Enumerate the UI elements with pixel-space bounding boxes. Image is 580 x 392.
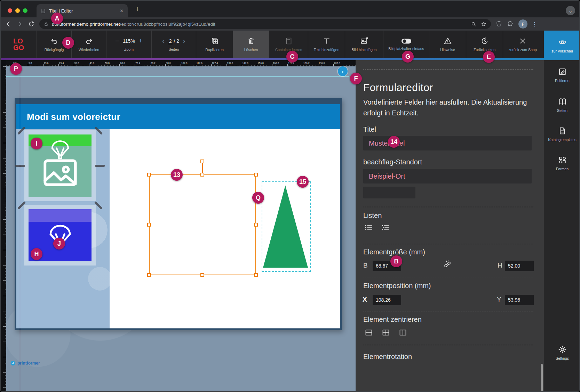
- ruler-tick: 78.4: [135, 64, 135, 66]
- bookmark-star-icon[interactable]: [481, 21, 487, 27]
- add-text-button[interactable]: Text hinzufügen: [308, 31, 345, 58]
- page-header-band: Modi sum voloreictur: [16, 104, 340, 129]
- book-icon: [558, 97, 567, 106]
- chevron-down-icon: ⌄: [569, 8, 573, 14]
- field-title-input[interactable]: [363, 136, 532, 150]
- tab-favicon: [41, 8, 46, 14]
- resize-handle-middle-right[interactable]: [254, 223, 258, 227]
- page-navigation: ‹ 2 / 2 › Seiten: [151, 31, 196, 58]
- duplicate-button[interactable]: Duplizieren: [196, 31, 233, 58]
- center-horizontal-icon[interactable]: [365, 328, 373, 338]
- new-tab-button[interactable]: +: [133, 5, 142, 14]
- back-to-shop-button[interactable]: zurück zum Shop: [503, 31, 542, 58]
- editor-toolbar: LOGO Rückgängig Wiederholen − 115% + Zoo…: [1, 31, 544, 58]
- hints-button[interactable]: Hinweise: [429, 31, 466, 58]
- shield-icon[interactable]: [495, 21, 502, 27]
- empty-container-button: Container leeren: [269, 31, 308, 58]
- ruler-tick: 49.0: [89, 64, 89, 66]
- rail-item-settings[interactable]: Settings: [544, 345, 580, 360]
- position-y-input[interactable]: [505, 295, 534, 305]
- rail-item-shapes[interactable]: Formen: [544, 156, 580, 171]
- ruler-corner: [1, 60, 6, 66]
- triangle-shape[interactable]: [262, 182, 310, 271]
- zoom-in-button[interactable]: +: [139, 37, 143, 45]
- current-page-field[interactable]: 2: [168, 38, 173, 44]
- trash-icon: [247, 37, 255, 45]
- separator: [363, 311, 533, 311]
- vertical-guide-line[interactable]: [20, 66, 20, 392]
- extensions-puzzle-icon[interactable]: [507, 21, 514, 27]
- resize-handle-middle-left[interactable]: [147, 223, 151, 227]
- close-window-button[interactable]: [8, 8, 12, 13]
- indent-list-icon[interactable]: [381, 223, 390, 233]
- back-button[interactable]: [5, 21, 12, 27]
- zoom-out-button[interactable]: −: [115, 37, 119, 45]
- ruler-tick: 29.4: [58, 64, 59, 66]
- unlink-aspect-icon[interactable]: [443, 260, 452, 269]
- triangle-element-selection[interactable]: [262, 181, 311, 272]
- image-icon: [40, 157, 81, 189]
- profile-avatar[interactable]: F: [518, 19, 527, 28]
- x-axis-label: X: [363, 296, 367, 303]
- add-image-icon: [360, 37, 368, 45]
- tab-close-icon[interactable]: ✕: [120, 8, 124, 14]
- separator: [363, 345, 533, 345]
- rail-item-catalog-templates[interactable]: Katalogtemplates: [544, 126, 580, 142]
- ruler-tick: 176.4: [287, 64, 288, 66]
- tab-search-button[interactable]: ⌄: [566, 6, 575, 15]
- placeholder-purple-bar: [29, 209, 92, 222]
- preview-button[interactable]: zur Vorschau: [544, 31, 580, 60]
- resize-handle-bottom-left[interactable]: [147, 273, 151, 277]
- browser-menu-kebab-icon[interactable]: ⋮: [532, 21, 538, 27]
- editor-canvas[interactable]: Modi sum voloreictur: [6, 66, 356, 392]
- template-file-icon: [558, 126, 567, 135]
- redo-button[interactable]: Wiederholen: [71, 31, 106, 58]
- minimize-window-button[interactable]: [15, 8, 20, 13]
- add-image-button[interactable]: Bild hinzufügen: [345, 31, 383, 58]
- toggle-image-placeholder-button[interactable]: Bildplatzhalter ein/aus: [383, 31, 429, 58]
- rail-item-edit[interactable]: Editieren: [544, 67, 580, 83]
- center-vertical-icon[interactable]: [399, 328, 407, 338]
- width-input[interactable]: [373, 261, 401, 271]
- rail-item-pages[interactable]: Seiten: [544, 97, 580, 113]
- previous-page-button[interactable]: ‹: [162, 37, 165, 45]
- field-location-input[interactable]: [363, 169, 532, 183]
- search-icon[interactable]: [471, 21, 477, 27]
- reload-button[interactable]: [28, 21, 35, 27]
- bullet-list-icon[interactable]: [365, 223, 373, 233]
- next-page-button[interactable]: ›: [183, 37, 185, 45]
- field-location-label: beachflag-Standort: [363, 158, 422, 166]
- delete-button[interactable]: Löschen: [233, 31, 269, 58]
- browser-tab[interactable]: Titel | Editor ✕: [37, 4, 128, 17]
- center-both-icon[interactable]: [382, 328, 390, 338]
- resize-handle-bottom-right[interactable]: [254, 273, 258, 277]
- ruler-tick: 156.8: [257, 64, 257, 66]
- resize-handle-top-right[interactable]: [254, 173, 258, 177]
- resize-handle-bottom-center[interactable]: [200, 273, 204, 277]
- resize-handle-top-center[interactable]: [200, 173, 204, 177]
- height-axis-label: H: [498, 262, 502, 269]
- logo-text: LOGO: [13, 38, 24, 51]
- image-placeholder-top[interactable]: [29, 134, 92, 197]
- eye-icon: [558, 38, 567, 47]
- undo-button[interactable]: Rückgängig: [37, 31, 71, 58]
- tab-strip: Titel | Editor ✕ + ⌄: [1, 1, 579, 17]
- image-placeholder-bottom[interactable]: [29, 209, 92, 261]
- ruler-tick: 88.2: [150, 64, 150, 66]
- horizontal-ruler: 0.09.819.629.439.249.058.868.678.488.298…: [6, 60, 356, 66]
- position-x-input[interactable]: [373, 295, 401, 305]
- url-field[interactable]: dokuformer.demo.printformer.net/editor/c…: [39, 19, 491, 29]
- forward-button[interactable]: [16, 21, 23, 27]
- empty-field[interactable]: [363, 187, 415, 198]
- guide-chevron-button[interactable]: ›: [338, 66, 348, 76]
- panel-scrollbar[interactable]: [541, 364, 543, 392]
- separator: [363, 207, 533, 207]
- horizontal-guide-line[interactable]: [6, 76, 349, 77]
- rotation-handle[interactable]: [200, 160, 204, 163]
- height-input[interactable]: [505, 261, 534, 271]
- maximize-window-button[interactable]: [23, 8, 27, 13]
- ruler-tick: 166.6: [272, 64, 272, 66]
- selected-element-frame[interactable]: [149, 174, 256, 275]
- reset-button[interactable]: Zurücksetzen: [466, 31, 503, 58]
- resize-handle-top-left[interactable]: [147, 173, 151, 177]
